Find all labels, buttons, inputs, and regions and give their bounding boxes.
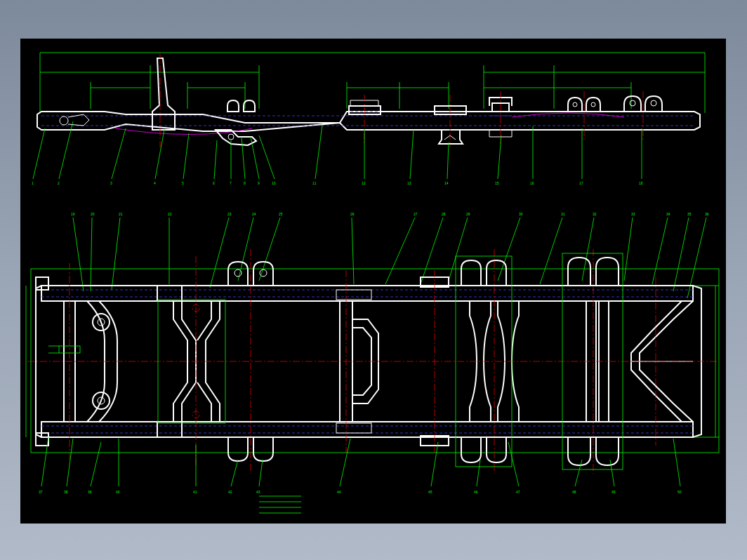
plan-hangers-bottom [461,437,619,465]
svg-rect-24 [349,106,381,114]
svg-text:28: 28 [442,212,446,216]
svg-line-41 [155,130,164,179]
balloon-6: 6 [213,181,215,185]
plan-view: 19 20 21 22 23 24 25 26 27 28 29 30 31 3… [26,212,719,513]
svg-rect-110 [336,290,371,300]
svg-text:45: 45 [428,490,432,494]
svg-point-107 [234,269,242,276]
svg-text:35: 35 [687,212,692,216]
note-stack [259,496,301,513]
svg-line-46 [251,137,259,179]
svg-line-81 [352,218,354,284]
svg-rect-26 [435,106,466,114]
svg-text:23: 23 [227,212,232,216]
svg-text:24: 24 [252,212,256,216]
svg-rect-92 [31,269,719,453]
svg-line-82 [385,218,415,284]
balloon-7: 7 [230,181,232,185]
balloon-1: 1 [32,181,34,185]
side-elevation-view: 1 2 3 4 5 6 7 8 9 10 11 12 13 14 15 16 1… [32,53,705,185]
svg-text:47: 47 [516,490,520,494]
svg-point-31 [60,116,68,125]
svg-line-86 [540,218,562,284]
svg-point-108 [260,269,267,276]
balloon-13: 13 [407,181,411,185]
svg-line-128 [41,437,48,486]
svg-line-43 [214,140,217,179]
balloon-11: 11 [312,181,317,185]
svg-line-90 [673,218,689,291]
svg-line-47 [259,135,275,179]
plan-balloons-bottom: 37 38 39 40 41 42 43 44 45 46 47 48 49 5… [39,490,682,494]
bottom-rail [41,422,693,437]
svg-text:22: 22 [168,212,172,216]
svg-line-85 [498,218,520,281]
svg-line-38 [33,128,45,179]
svg-line-80 [259,218,280,281]
balloon-12: 12 [362,181,366,185]
svg-text:26: 26 [350,212,355,216]
svg-text:43: 43 [256,490,260,494]
svg-text:50: 50 [677,490,682,494]
svg-text:39: 39 [88,490,92,494]
svg-text:20: 20 [91,212,95,216]
svg-text:36: 36 [705,212,709,216]
svg-rect-111 [336,423,371,433]
balloon-9: 9 [258,181,260,185]
svg-text:38: 38 [64,490,68,494]
svg-text:49: 49 [612,490,616,494]
svg-line-40 [112,128,126,179]
svg-line-135 [340,439,350,486]
cad-canvas: 1 2 3 4 5 6 7 8 9 10 11 12 13 14 15 16 1… [20,39,726,524]
svg-text:33: 33 [631,212,635,216]
top-rail [41,286,693,301]
svg-line-78 [210,218,229,288]
svg-point-30 [651,100,656,106]
svg-line-51 [447,142,449,179]
side-balloons: 1 2 3 4 5 6 7 8 9 10 11 12 13 14 15 16 1… [32,181,643,185]
svg-rect-104 [157,422,182,437]
svg-line-137 [477,460,480,486]
svg-line-79 [238,218,253,281]
balloon-10: 10 [272,181,276,185]
svg-text:25: 25 [279,212,283,216]
gearbox-side [216,130,256,145]
svg-point-27 [573,102,577,107]
balloon-8: 8 [244,181,246,185]
dim-tier-3 [91,82,631,109]
balloon-17: 17 [579,181,583,185]
svg-rect-103 [157,286,182,301]
svg-text:42: 42 [228,490,232,494]
svg-text:46: 46 [474,490,478,494]
svg-line-42 [183,133,189,179]
svg-line-74 [73,218,84,291]
svg-text:19: 19 [71,212,75,216]
svg-text:40: 40 [116,490,120,494]
svg-line-129 [67,439,73,486]
svg-text:31: 31 [561,212,565,216]
front-bracket [152,58,175,130]
svg-text:30: 30 [519,212,523,216]
svg-line-134 [259,460,263,486]
svg-line-48 [315,125,322,179]
svg-line-87 [582,218,594,281]
svg-point-29 [630,100,635,106]
svg-line-141 [673,439,680,486]
svg-line-139 [575,460,582,486]
dim-tier-2 [40,65,705,109]
svg-line-88 [624,218,633,281]
svg-line-50 [410,130,414,179]
svg-text:41: 41 [193,490,197,494]
svg-text:21: 21 [119,212,123,216]
svg-text:44: 44 [337,490,341,494]
plan-hangers-top [461,258,619,286]
balloon-2: 2 [58,181,60,185]
balloon-18: 18 [639,181,643,185]
balloon-5: 5 [182,181,184,185]
svg-line-89 [652,218,668,284]
front-eye [60,114,89,126]
balloon-16: 16 [530,181,534,185]
balloon-4: 4 [154,181,156,185]
svg-line-84 [449,218,468,281]
svg-line-75 [91,218,92,291]
